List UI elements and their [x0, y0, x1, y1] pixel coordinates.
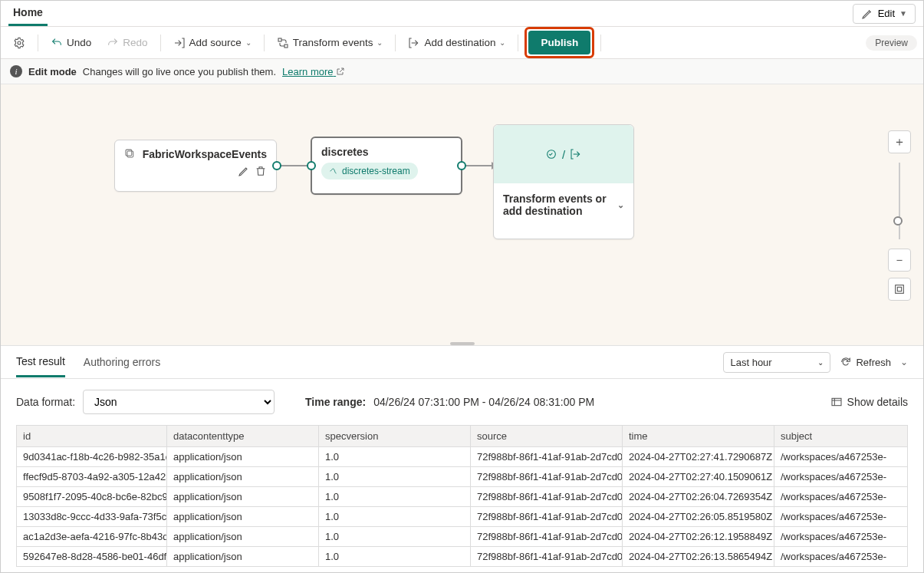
cell: 72f988bf-86f1-41af-91ab-2d7cd01 — [471, 527, 623, 547]
zoom-in-button[interactable]: ＋ — [888, 130, 911, 153]
pencil-icon — [861, 8, 873, 20]
edit-mode-label: Edit mode — [28, 66, 77, 77]
stream-chip[interactable]: discretes-stream — [321, 163, 418, 179]
table-row[interactable]: 592647e8-8d28-4586-be01-46df52applicatio… — [17, 547, 908, 567]
source-node[interactable]: FabricWorkspaceEvents — [114, 140, 277, 192]
time-range-value: Last hour — [730, 357, 771, 368]
col-id[interactable]: id — [17, 426, 167, 447]
cell: /workspaces/a467253e- — [774, 467, 908, 487]
stream-chip-label: discretes-stream — [342, 166, 410, 176]
svg-rect-7 — [897, 287, 901, 291]
cell: 72f988bf-86f1-41af-91ab-2d7cd01 — [471, 507, 623, 527]
transform-label: Transform events — [293, 37, 373, 48]
show-details-button[interactable]: Show details — [830, 396, 908, 408]
cell: 2024-04-27T02:26:13.5865494Z — [623, 547, 774, 567]
login-icon — [173, 37, 186, 49]
chevron-down-icon: ⌄ — [245, 38, 252, 47]
output-port[interactable] — [272, 161, 281, 170]
redo-icon — [107, 37, 119, 49]
design-canvas[interactable]: FabricWorkspaceEvents discretes discrete… — [1, 84, 923, 345]
undo-icon — [51, 37, 63, 49]
pencil-icon[interactable] — [238, 165, 250, 177]
table-row[interactable]: 9d0341ac-f18b-4c26-b982-35a1d1fapplicati… — [17, 447, 908, 467]
add-destination-label: Add destination — [424, 37, 495, 48]
output-port[interactable] — [457, 161, 466, 170]
table-row[interactable]: 13033d8c-9ccc-4d33-9afa-73f5c95applicati… — [17, 507, 908, 527]
svg-rect-8 — [832, 398, 841, 405]
settings-button[interactable] — [7, 33, 31, 53]
logout-icon — [570, 148, 582, 160]
slider-thumb[interactable] — [893, 216, 903, 226]
dest-placeholder-text: Transform events or add destination — [503, 193, 617, 217]
table-header-row: id datacontenttype specversion source ti… — [17, 426, 908, 447]
time-range-select[interactable]: Last hour ⌄ — [723, 352, 830, 373]
stream-node[interactable]: discretes discretes-stream — [311, 137, 462, 195]
cell: 2024-04-27T02:26:05.8519580Z — [623, 507, 774, 527]
show-details-label: Show details — [847, 396, 908, 408]
filter-row: Data format: Json Time range: 04/26/24 0… — [1, 379, 923, 425]
top-bar: Home Edit ▼ — [1, 1, 923, 27]
redo-label: Redo — [123, 37, 147, 48]
tab-authoring-errors[interactable]: Authoring errors — [84, 348, 160, 376]
col-time[interactable]: time — [623, 426, 774, 447]
cell: application/json — [167, 467, 319, 487]
cell: 1.0 — [319, 467, 471, 487]
cell: application/json — [167, 527, 319, 547]
logout-icon — [408, 37, 420, 49]
col-source[interactable]: source — [471, 426, 623, 447]
results-table-wrap: id datacontenttype specversion source ti… — [1, 425, 923, 567]
edit-label: Edit — [878, 8, 895, 19]
cell: 1.0 — [319, 527, 471, 547]
cell: application/json — [167, 447, 319, 467]
edit-dropdown-button[interactable]: Edit ▼ — [853, 4, 916, 24]
transform-events-button[interactable]: Transform events ⌄ — [271, 33, 390, 53]
trash-icon[interactable] — [255, 165, 267, 177]
tab-home[interactable]: Home — [8, 2, 48, 26]
edit-mode-msg: Changes will go live once you publish th… — [83, 66, 276, 77]
learn-more-link[interactable]: Learn more — [282, 66, 345, 77]
cell: 72f988bf-86f1-41af-91ab-2d7cd01 — [471, 467, 623, 487]
chevron-down-icon: ⌄ — [377, 38, 383, 47]
cell: 1.0 — [319, 487, 471, 507]
chevron-down-icon: ⌄ — [499, 38, 505, 47]
cell: 72f988bf-86f1-41af-91ab-2d7cd01 — [471, 447, 623, 467]
chevron-down-icon[interactable]: ⌄ — [617, 200, 624, 210]
chevron-down-icon[interactable]: ⌄ — [900, 357, 908, 367]
add-source-button[interactable]: Add source ⌄ — [167, 33, 258, 53]
resize-handle[interactable] — [450, 342, 475, 345]
table-row[interactable]: ac1a2d3e-aefa-4216-97fc-8b43d70applicati… — [17, 527, 908, 547]
time-range-text: 04/26/24 07:31:00 PM - 04/26/24 08:31:00… — [373, 396, 594, 408]
preview-badge: Preview — [866, 35, 917, 51]
tab-test-result[interactable]: Test result — [16, 347, 65, 377]
layers-icon — [124, 148, 136, 160]
col-specversion[interactable]: specversion — [319, 426, 471, 447]
svg-point-0 — [18, 41, 21, 44]
info-icon: i — [10, 65, 22, 77]
col-contenttype[interactable]: datacontenttype — [167, 426, 319, 447]
source-title: FabricWorkspaceEvents — [143, 148, 267, 160]
cell: 9508f1f7-2095-40c8-bc6e-82bc942 — [17, 487, 167, 507]
col-subject[interactable]: subject — [774, 426, 908, 447]
zoom-out-button[interactable]: － — [888, 249, 911, 272]
refresh-button[interactable]: Refresh — [840, 356, 891, 368]
add-destination-button[interactable]: Add destination ⌄ — [402, 33, 511, 53]
input-port[interactable] — [307, 161, 316, 170]
svg-rect-3 — [127, 151, 133, 157]
zoom-controls: ＋ － — [888, 130, 911, 301]
destination-placeholder-node[interactable]: / Transform events or add destination ⌄ — [493, 124, 634, 239]
connector-line — [278, 165, 309, 166]
undo-button[interactable]: Undo — [44, 33, 97, 53]
transform-icon — [277, 37, 289, 49]
table-row[interactable]: 9508f1f7-2095-40c8-bc6e-82bc942applicati… — [17, 487, 908, 507]
cell: 72f988bf-86f1-41af-91ab-2d7cd01 — [471, 487, 623, 507]
cell: 592647e8-8d28-4586-be01-46df52 — [17, 547, 167, 567]
table-row[interactable]: ffecf9d5-8703-4a92-a305-12a423bapplicati… — [17, 467, 908, 487]
refresh-label: Refresh — [856, 357, 891, 368]
details-icon — [830, 396, 843, 408]
data-format-select[interactable]: Json — [83, 390, 275, 414]
publish-button[interactable]: Publish — [528, 31, 590, 54]
cell: 1.0 — [319, 447, 471, 467]
cell: 2024-04-27T02:26:12.1958849Z — [623, 527, 774, 547]
fit-screen-button[interactable] — [888, 278, 911, 301]
zoom-slider[interactable] — [899, 163, 900, 239]
